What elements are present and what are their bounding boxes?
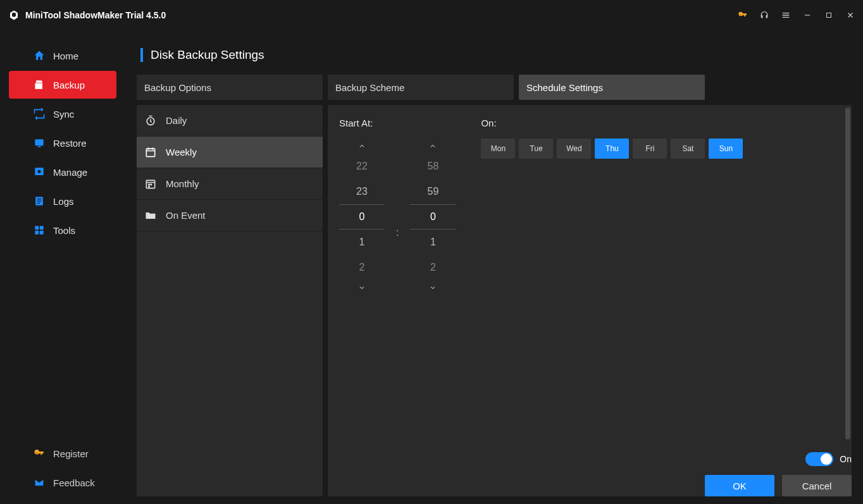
footer: On OK Cancel	[705, 452, 852, 496]
sidebar-item-tools[interactable]: Tools	[9, 216, 116, 244]
minimize-icon[interactable]	[802, 10, 812, 20]
minute-value[interactable]: 2	[410, 255, 456, 280]
start-at-label: Start At:	[339, 118, 456, 128]
freq-label: Weekly	[166, 147, 197, 157]
settings-pane: Start At: 22 23 0 1 2	[328, 105, 852, 496]
sidebar-item-label: Logs	[53, 196, 74, 207]
time-picker: 22 23 0 1 2 : 58	[339, 138, 456, 295]
svg-point-25	[149, 186, 150, 187]
schedule-toggle[interactable]	[805, 452, 833, 466]
freq-monthly[interactable]: Monthly	[137, 168, 323, 200]
svg-rect-13	[40, 226, 44, 230]
day-sat[interactable]: Sat	[671, 138, 705, 159]
maximize-icon[interactable]	[824, 10, 834, 20]
sidebar-item-label: Tools	[53, 225, 75, 236]
tools-icon	[33, 224, 46, 237]
sidebar-item-home[interactable]: Home	[9, 42, 116, 70]
sidebar-item-feedback[interactable]: Feedback	[9, 469, 116, 496]
sidebar-item-register[interactable]: Register	[9, 439, 116, 467]
sidebar: Home Backup Sync Restore Manage Logs	[0, 30, 125, 504]
svg-rect-14	[35, 231, 39, 235]
svg-rect-17	[146, 149, 154, 157]
freq-label: Daily	[166, 115, 187, 126]
hour-value[interactable]: 22	[339, 154, 385, 179]
ok-button[interactable]: OK	[705, 475, 774, 496]
hour-spinner[interactable]: 22 23 0 1 2	[339, 138, 385, 295]
freq-weekly[interactable]: Weekly	[137, 137, 323, 168]
freq-label: On Event	[166, 210, 206, 221]
minute-value[interactable]: 59	[410, 179, 456, 204]
settings-tabs: Backup Options Backup Scheme Schedule Se…	[137, 75, 852, 100]
calendar-month-icon	[143, 176, 158, 192]
hour-value-selected[interactable]: 0	[339, 204, 385, 230]
svg-point-24	[151, 184, 152, 185]
day-sun[interactable]: Sun	[709, 138, 743, 159]
hour-up-icon[interactable]	[358, 138, 366, 154]
page-title: Disk Backup Settings	[137, 48, 852, 62]
svg-rect-12	[35, 226, 39, 230]
frequency-list: Daily Weekly Monthly On Event	[137, 105, 323, 496]
day-wed[interactable]: Wed	[557, 138, 591, 159]
home-icon	[33, 49, 46, 62]
titlebar: MiniTool ShadowMaker Trial 4.5.0	[0, 0, 863, 30]
sidebar-item-backup[interactable]: Backup	[9, 71, 116, 99]
manage-icon	[33, 166, 46, 178]
app-logo-icon	[8, 9, 20, 22]
title-accent-bar	[140, 48, 143, 62]
sidebar-item-label: Backup	[53, 80, 85, 90]
register-key-icon	[33, 447, 46, 460]
minute-value-selected[interactable]: 0	[410, 204, 456, 230]
day-fri[interactable]: Fri	[633, 138, 667, 159]
toggle-label: On	[840, 454, 852, 464]
hour-value[interactable]: 1	[339, 230, 385, 255]
logs-icon	[33, 195, 46, 207]
hour-value[interactable]: 2	[339, 255, 385, 280]
svg-point-23	[149, 184, 150, 185]
sidebar-item-label: Home	[53, 51, 78, 61]
sidebar-item-logs[interactable]: Logs	[9, 187, 116, 215]
sidebar-item-sync[interactable]: Sync	[9, 100, 116, 128]
headset-icon[interactable]	[759, 10, 769, 20]
close-icon[interactable]	[845, 10, 855, 20]
minute-value[interactable]: 58	[410, 154, 456, 179]
sidebar-item-label: Sync	[53, 109, 74, 120]
day-tue[interactable]: Tue	[519, 138, 553, 159]
svg-rect-1	[827, 13, 831, 18]
pane-scrollbar[interactable]	[845, 108, 850, 439]
day-selector: Mon Tue Wed Thu Fri Sat Sun	[481, 138, 743, 159]
minute-down-icon[interactable]	[429, 280, 437, 295]
svg-point-7	[38, 170, 41, 173]
minute-spinner[interactable]: 58 59 0 1 2	[410, 138, 456, 295]
window-controls	[738, 10, 855, 20]
sidebar-item-label: Register	[53, 448, 89, 459]
day-thu[interactable]: Thu	[595, 138, 629, 159]
freq-on-event[interactable]: On Event	[137, 200, 323, 231]
minute-up-icon[interactable]	[429, 138, 437, 154]
sidebar-item-label: Restore	[53, 138, 87, 149]
sidebar-item-restore[interactable]: Restore	[9, 129, 116, 157]
day-mon[interactable]: Mon	[481, 138, 515, 159]
svg-rect-4	[35, 139, 43, 145]
page-title-text: Disk Backup Settings	[151, 48, 264, 62]
key-icon[interactable]	[738, 10, 748, 20]
minute-value[interactable]: 1	[410, 230, 456, 255]
sync-icon	[33, 108, 46, 120]
tab-backup-options[interactable]: Backup Options	[137, 75, 323, 100]
cancel-button[interactable]: Cancel	[782, 475, 852, 496]
backup-icon	[33, 78, 46, 91]
menu-icon[interactable]	[781, 10, 791, 20]
sidebar-item-label: Feedback	[53, 477, 95, 488]
tab-backup-scheme[interactable]: Backup Scheme	[328, 75, 514, 100]
folder-icon	[143, 208, 158, 223]
svg-rect-5	[38, 146, 41, 147]
time-colon: :	[396, 227, 399, 238]
hour-value[interactable]: 23	[339, 179, 385, 204]
tab-schedule-settings[interactable]: Schedule Settings	[519, 75, 705, 100]
svg-rect-15	[40, 231, 44, 235]
freq-daily[interactable]: Daily	[137, 105, 323, 137]
hour-down-icon[interactable]	[358, 280, 366, 295]
app-title: MiniTool ShadowMaker Trial 4.5.0	[25, 10, 738, 20]
clock-icon	[143, 113, 158, 128]
sidebar-item-manage[interactable]: Manage	[9, 158, 116, 186]
main: Disk Backup Settings Backup Options Back…	[125, 30, 863, 504]
